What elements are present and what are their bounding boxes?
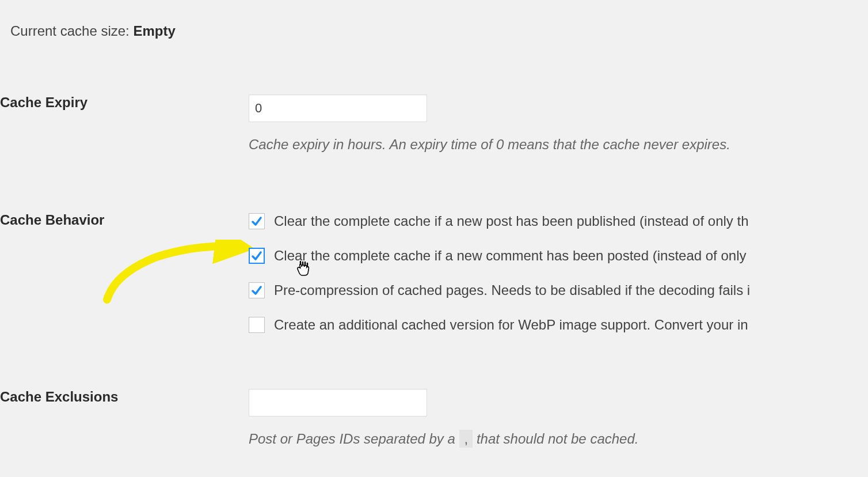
cache-expiry-description: Cache expiry in hours. An expiry time of… xyxy=(249,135,868,154)
check-icon xyxy=(251,250,262,262)
checkbox-row-webp: Create an additional cached version for … xyxy=(249,316,868,334)
checkbox-clear-on-post[interactable] xyxy=(249,213,265,229)
checkbox-row-clear-on-post: Clear the complete cache if a new post h… xyxy=(249,212,868,230)
checkbox-clear-on-comment[interactable] xyxy=(249,248,265,264)
checkbox-label-clear-on-comment[interactable]: Clear the complete cache if a new commen… xyxy=(274,247,746,264)
cache-size-value: Empty xyxy=(133,23,175,39)
checkbox-precompression[interactable] xyxy=(249,282,265,298)
checkbox-label-webp[interactable]: Create an additional cached version for … xyxy=(274,316,748,334)
checkbox-label-precompression[interactable]: Pre-compression of cached pages. Needs t… xyxy=(274,281,750,299)
check-icon xyxy=(251,285,262,296)
checkbox-row-precompression: Pre-compression of cached pages. Needs t… xyxy=(249,281,868,299)
cache-expiry-input[interactable] xyxy=(249,94,427,122)
check-icon xyxy=(251,215,262,227)
cache-exclusions-input[interactable] xyxy=(249,389,427,417)
checkbox-row-clear-on-comment: Clear the complete cache if a new commen… xyxy=(249,247,868,264)
checkbox-label-clear-on-post[interactable]: Clear the complete cache if a new post h… xyxy=(274,212,749,230)
cache-minification-heading: Cache Minification xyxy=(0,449,249,477)
cache-exclusions-description: Post or Pages IDs separated by a , that … xyxy=(249,429,868,449)
cache-size-label: Current cache size: xyxy=(10,23,133,39)
cursor-icon xyxy=(296,260,311,282)
cache-expiry-heading: Cache Expiry xyxy=(0,39,249,154)
cache-exclusions-heading: Cache Exclusions xyxy=(0,334,249,449)
cache-behavior-heading: Cache Behavior xyxy=(0,154,249,334)
checkbox-webp[interactable] xyxy=(249,317,265,333)
